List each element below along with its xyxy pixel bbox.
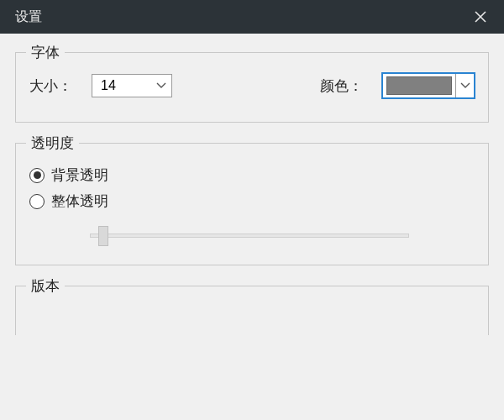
radio-whole-transparent[interactable]: 整体透明 [29, 192, 475, 211]
version-group: 版本 [15, 286, 489, 335]
close-button[interactable] [467, 3, 494, 30]
font-size-label: 大小： [29, 76, 83, 96]
transparency-slider[interactable] [90, 226, 409, 246]
font-size-combo[interactable]: 14 [92, 74, 172, 97]
settings-window: 设置 字体 大小： 14 [0, 0, 504, 420]
slider-track [90, 234, 409, 238]
font-color-label: 颜色： [320, 76, 374, 96]
version-legend: 版本 [26, 276, 65, 296]
font-size-value: 14 [92, 78, 151, 93]
radio-icon [29, 168, 45, 183]
font-group: 字体 大小： 14 颜色： [15, 52, 489, 123]
color-swatch [386, 76, 452, 95]
font-color-combo[interactable] [382, 73, 475, 98]
transparency-legend: 透明度 [26, 134, 79, 153]
font-row: 大小： 14 颜色： [29, 73, 475, 98]
content-inner: 字体 大小： 14 颜色： [7, 42, 497, 420]
close-icon [474, 10, 487, 24]
radio-whole-label: 整体透明 [51, 192, 108, 211]
content-area: 字体 大小： 14 颜色： [0, 34, 504, 420]
window-title: 设置 [10, 8, 467, 26]
transparency-group: 透明度 背景透明 整体透明 [15, 143, 489, 265]
chevron-down-icon [151, 75, 171, 97]
radio-bg-transparent[interactable]: 背景透明 [29, 165, 475, 185]
slider-thumb[interactable] [98, 226, 108, 246]
radio-icon [29, 194, 45, 209]
chevron-down-icon [455, 74, 474, 97]
titlebar: 设置 [0, 0, 504, 34]
radio-bg-label: 背景透明 [51, 165, 108, 185]
font-legend: 字体 [26, 43, 65, 62]
